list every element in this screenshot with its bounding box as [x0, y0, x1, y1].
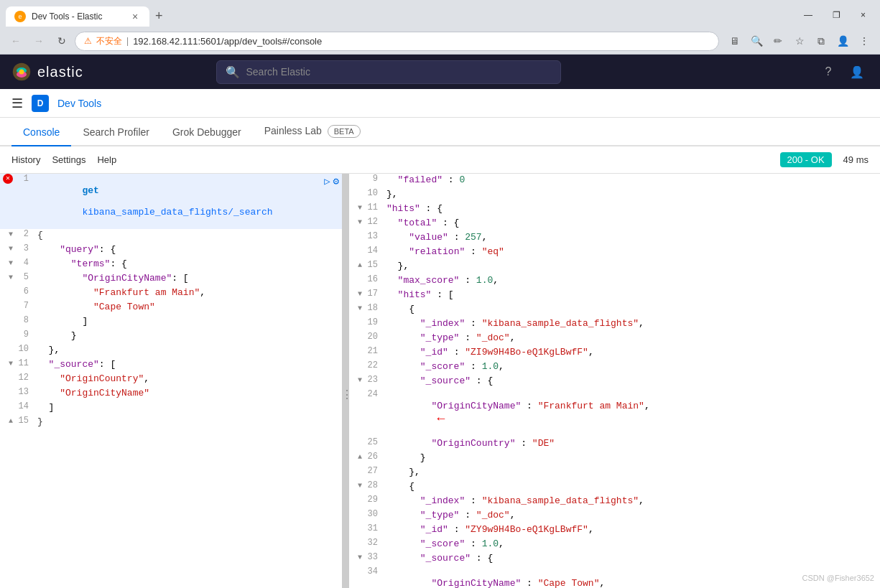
back-button[interactable]: ← [6, 31, 26, 51]
help-button[interactable]: Help [97, 154, 116, 165]
fold-arrow-3[interactable]: ▼ [9, 245, 13, 253]
result-line-24: 24 "OriginCityName" : "Frankfurt am Main… [349, 389, 880, 437]
result-line-25: 25 "OriginCountry" : "DE" [349, 437, 880, 452]
tab-grok-debugger[interactable]: Grok Debugger [161, 119, 253, 146]
reload-button[interactable]: ↻ [52, 31, 72, 51]
fold-arrow-r12[interactable]: ▼ [358, 218, 362, 226]
elastic-logo-text: elastic [37, 64, 83, 80]
help-icon[interactable]: ? [817, 60, 840, 83]
wrench-icon[interactable]: ⚙ [333, 175, 339, 187]
edit-icon[interactable]: ✏ [768, 31, 788, 51]
browser-tab-active[interactable]: e Dev Tools - Elastic × [6, 6, 149, 27]
result-line-26: ▲ 26 } [349, 452, 880, 466]
fold-arrow-r33[interactable]: ▼ [358, 554, 362, 561]
profile-icon[interactable]: 👤 [833, 31, 853, 51]
minimize-button[interactable]: — [795, 7, 821, 23]
result-line-28: ▼ 28 { [349, 480, 880, 495]
elastic-logo[interactable]: elastic [11, 62, 83, 82]
bookmark-icon[interactable]: ☆ [789, 31, 810, 51]
editor-line-14: 14 ] [0, 401, 342, 416]
editor-line-3: ▼ 3 "query": { [0, 243, 342, 258]
result-line-34: 34 "OriginCityName" : "Cape Town", ← [349, 566, 880, 588]
more-icon[interactable]: ⋮ [854, 31, 874, 51]
result-line-18: ▼ 18 { [349, 303, 880, 317]
result-line-30: 30 "_type" : "_doc", [349, 509, 880, 523]
editor-line-2: ▼ 2 { [0, 229, 342, 243]
address-bar[interactable]: ⚠ 不安全 | 192.168.42.111:5601/app/dev_tool… [75, 32, 719, 51]
new-tab-button[interactable]: + [149, 4, 169, 28]
result-line-9: 9 "failed" : 0 [349, 174, 880, 188]
time-badge: 49 ms [843, 154, 869, 165]
fold-arrow-r18[interactable]: ▼ [358, 304, 362, 312]
run-icon[interactable]: ▷ [324, 175, 330, 187]
result-line-17: ▼ 17 "hits" : [ [349, 289, 880, 303]
fold-arrow-4[interactable]: ▼ [9, 259, 13, 267]
beta-badge: BETA [328, 125, 361, 138]
editor-pane[interactable]: ✕ 1 get kibana_sample_data_flights/_sear… [0, 174, 345, 588]
result-line-22: 22 "_score" : 1.0, [349, 360, 880, 375]
fold-arrow-15[interactable]: ▲ [9, 417, 13, 425]
forward-button[interactable]: → [29, 31, 49, 51]
fold-arrow-11[interactable]: ▼ [9, 360, 13, 368]
breadcrumb-avatar: D [32, 95, 49, 112]
fold-arrow-r15[interactable]: ▲ [358, 261, 362, 269]
line-gutter-1: ✕ 1 [0, 174, 32, 184]
zoom-icon[interactable]: 🔍 [746, 31, 766, 51]
user-icon[interactable]: 👤 [846, 60, 869, 83]
breadcrumb-label[interactable]: Dev Tools [57, 98, 101, 109]
fold-arrow-r26[interactable]: ▲ [358, 453, 362, 461]
search-bar[interactable]: 🔍 [216, 60, 561, 84]
window-controls: — ❐ × [795, 7, 874, 26]
browser-chrome: e Dev Tools - Elastic × + — ❐ × ← → ↻ ⚠ … [0, 0, 880, 55]
header-right: ? 👤 [817, 60, 869, 83]
error-icon[interactable]: ✕ [3, 174, 13, 184]
app-header: elastic 🔍 ? 👤 [0, 55, 880, 89]
status-badge: 200 - OK [780, 152, 832, 167]
history-button[interactable]: History [11, 154, 40, 165]
fold-arrow-2[interactable]: ▼ [9, 230, 13, 238]
elastic-logo-icon [11, 62, 32, 82]
hamburger-menu[interactable]: ☰ [11, 95, 23, 111]
fold-arrow-r23[interactable]: ▼ [358, 376, 362, 384]
result-line-31: 31 "_id" : "ZY9w9H4Bo-eQ1KgLBwfF", [349, 523, 880, 538]
fold-arrow-r17[interactable]: ▼ [358, 290, 362, 298]
result-line-13: 13 "value" : 257, [349, 231, 880, 246]
close-button[interactable]: × [852, 7, 874, 23]
editor-line-11: ▼ 11 "_source": [ [0, 358, 342, 373]
result-line-21: 21 "_id" : "ZI9w9H4Bo-eQ1KgLBwfF", [349, 346, 880, 360]
fold-arrow-r28[interactable]: ▼ [358, 482, 362, 490]
tab-painless-lab[interactable]: Painless Lab BETA [253, 118, 372, 146]
result-line-11: ▼ 11 "hits" : { [349, 202, 880, 217]
search-icon: 🔍 [226, 65, 240, 79]
result-line-33: ▼ 33 "_source" : { [349, 552, 880, 566]
fold-arrow-r11[interactable]: ▼ [358, 204, 362, 212]
fold-arrow-5[interactable]: ▼ [9, 274, 13, 281]
tab-close-button[interactable]: × [129, 11, 141, 22]
tab-console[interactable]: Console [11, 119, 71, 146]
tabs-bar: Console Search Profiler Grok Debugger Pa… [0, 118, 880, 146]
cast-icon[interactable]: 🖥 [725, 31, 745, 51]
result-line-12: ▼ 12 "total" : { [349, 217, 880, 231]
action-icons: ▷ ⚙ [324, 175, 339, 187]
split-screen-icon[interactable]: ⧉ [811, 31, 831, 51]
result-line-14: 14 "relation" : "eq" [349, 246, 880, 260]
editor-line-13: 13 "OriginCityName" [0, 387, 342, 401]
tab-search-profiler[interactable]: Search Profiler [71, 119, 161, 146]
security-icon: ⚠ [84, 36, 92, 46]
editor-line-6: 6 "Frankfurt am Main", [0, 286, 342, 301]
editor-line-15: ▲ 15 } [0, 416, 342, 430]
browser-toolbar-icons: 🖥 🔍 ✏ ☆ ⧉ 👤 ⋮ [725, 31, 874, 51]
tab-title: Dev Tools - Elastic [32, 11, 102, 22]
browser-titlebar: e Dev Tools - Elastic × + — ❐ × [0, 0, 880, 28]
result-line-19: 19 "_index" : "kibana_sample_data_flight… [349, 317, 880, 332]
result-pane[interactable]: 9 "failed" : 0 10 }, ▼ 11 "hits" : { ▼ 1… [349, 174, 880, 588]
settings-button[interactable]: Settings [52, 154, 85, 165]
restore-button[interactable]: ❐ [824, 7, 849, 23]
search-input[interactable] [246, 66, 552, 78]
editor-line-10: 10 }, [0, 344, 342, 358]
result-line-29: 29 "_index" : "kibana_sample_data_flight… [349, 495, 880, 509]
result-line-27: 27 }, [349, 466, 880, 480]
line-content-1: get kibana_sample_data_flights/_search [32, 174, 342, 229]
result-line-15: ▲ 15 }, [349, 260, 880, 274]
address-text: 192.168.42.111:5601/app/dev_tools#/conso… [133, 36, 710, 47]
